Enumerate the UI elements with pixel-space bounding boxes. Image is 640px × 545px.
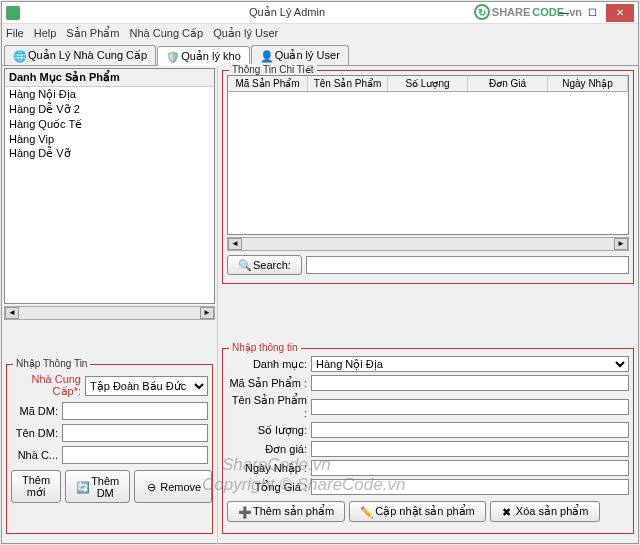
list-header: Danh Mục Sản Phẩm bbox=[5, 69, 214, 87]
input-nhac[interactable] bbox=[62, 446, 208, 464]
menu-quanlyuser[interactable]: Quản lý User bbox=[213, 27, 278, 40]
label-masp: Mã Sản Phẩm : bbox=[227, 377, 307, 390]
list-scrollbar[interactable]: ◄► bbox=[4, 306, 215, 320]
list-item[interactable]: Hàng Vip bbox=[5, 132, 214, 146]
menu-file[interactable]: File bbox=[6, 27, 24, 39]
legend: Thông Tin Chi Tiết bbox=[229, 64, 317, 75]
legend: Nhập Thông Tin bbox=[13, 358, 90, 369]
tab-quanly-user[interactable]: 👤Quản lý User bbox=[251, 45, 349, 65]
tab-quanly-kho[interactable]: 🛡️Quản lý kho bbox=[157, 46, 250, 66]
label-danhmuc: Danh mục: bbox=[227, 358, 307, 371]
input-tonggia[interactable] bbox=[311, 479, 629, 495]
btn-remove[interactable]: ⊖Remove bbox=[134, 470, 212, 503]
left-pane: Danh Mục Sản Phẩm Hàng Nội Địa Hàng Dễ V… bbox=[2, 66, 217, 544]
edit-icon: ✏️ bbox=[360, 506, 372, 518]
btn-search[interactable]: 🔍Search: bbox=[227, 255, 302, 275]
col-dongia: Đơn Giá bbox=[468, 76, 548, 91]
close-button[interactable]: ✕ bbox=[606, 4, 634, 22]
maximize-button[interactable]: ☐ bbox=[578, 4, 606, 22]
input-tendm[interactable] bbox=[62, 424, 208, 442]
label-nhacungcap: Nhà Cung Cấp*: bbox=[11, 373, 81, 398]
menu-help[interactable]: Help bbox=[34, 27, 57, 39]
list-item[interactable]: Hàng Quốc Tế bbox=[5, 117, 214, 132]
right-input-fieldset: Nhập thông tin Danh mục: Hàng Nội Địa Mã… bbox=[222, 348, 634, 534]
menubar: File Help Sản Phẩm Nhà Cung Cấp Quản lý … bbox=[2, 24, 638, 42]
label-nhac: Nhà C... bbox=[11, 449, 58, 461]
search-input[interactable] bbox=[306, 256, 629, 274]
menu-sanpham[interactable]: Sản Phẩm bbox=[66, 27, 119, 40]
input-dongia[interactable] bbox=[311, 441, 629, 457]
col-tensp: Tên Sản Phẩm bbox=[308, 76, 388, 91]
content-area: Danh Mục Sản Phẩm Hàng Nội Địa Hàng Dễ V… bbox=[2, 66, 638, 544]
right-pane: Thông Tin Chi Tiết Mã Sản Phẩm Tên Sản P… bbox=[217, 66, 638, 544]
input-tensp[interactable] bbox=[311, 399, 629, 415]
input-masp[interactable] bbox=[311, 375, 629, 391]
label-tendm: Tên DM: bbox=[11, 427, 58, 439]
plus-icon: ➕ bbox=[238, 506, 250, 518]
col-ngaynhap: Ngày Nhập bbox=[548, 76, 628, 91]
btn-themmoi[interactable]: Thêm mới bbox=[11, 470, 61, 503]
category-list[interactable]: Danh Mục Sản Phẩm Hàng Nội Địa Hàng Dễ V… bbox=[4, 68, 215, 304]
app-window: Quản Lý Admin — ☐ ✕ ↻ SHARECODE.vn File … bbox=[1, 1, 639, 544]
detail-table[interactable]: Mã Sản Phẩm Tên Sản Phẩm Số Lượng Đơn Gi… bbox=[227, 75, 629, 235]
tab-bar: 🌐Quản Lý Nhà Cung Cấp 🛡️Quản lý kho 👤Quả… bbox=[2, 42, 638, 66]
app-icon bbox=[6, 6, 20, 20]
label-soluong: Số lượng: bbox=[227, 424, 307, 437]
table-scrollbar[interactable]: ◄► bbox=[227, 237, 629, 251]
btn-capnhat[interactable]: ✏️Cập nhật sản phẩm bbox=[349, 501, 486, 522]
refresh-icon: 🔄 bbox=[76, 481, 88, 493]
shield-icon: 🛡️ bbox=[166, 51, 178, 63]
search-icon: 🔍 bbox=[238, 259, 250, 271]
left-input-fieldset: Nhập Thông Tin Nhà Cung Cấp*: Tập Đoàn B… bbox=[6, 364, 213, 534]
detail-fieldset: Thông Tin Chi Tiết Mã Sản Phẩm Tên Sản P… bbox=[222, 70, 634, 284]
label-dongia: Đơn giá: bbox=[227, 443, 307, 456]
label-ngaynhap: Ngày Nhập : bbox=[227, 462, 307, 475]
list-item[interactable]: Hàng Dễ Vỡ 2 bbox=[5, 102, 214, 117]
btn-xoa[interactable]: ✖Xóa sản phẩm bbox=[490, 501, 600, 522]
select-danhmuc[interactable]: Hàng Nội Địa bbox=[311, 356, 629, 372]
list-item[interactable]: Hàng Nội Địa bbox=[5, 87, 214, 102]
tab-nhacungcap[interactable]: 🌐Quản Lý Nhà Cung Cấp bbox=[4, 45, 156, 65]
label-tonggia: Tổng Giá : bbox=[227, 481, 307, 494]
btn-themsp[interactable]: ➕Thêm sản phẩm bbox=[227, 501, 345, 522]
input-ngaynhap[interactable] bbox=[311, 460, 629, 476]
col-soluong: Số Lượng bbox=[388, 76, 468, 91]
globe-icon: 🌐 bbox=[13, 50, 25, 62]
select-nhacungcap[interactable]: Tập Đoàn Bầu Đức bbox=[85, 376, 208, 396]
window-title: Quản Lý Admin bbox=[24, 6, 550, 19]
recycle-icon: ↻ bbox=[474, 4, 490, 20]
input-soluong[interactable] bbox=[311, 422, 629, 438]
label-tensp: Tên Sản Phẩm : bbox=[227, 394, 307, 419]
remove-icon: ⊖ bbox=[145, 481, 157, 493]
col-masp: Mã Sản Phẩm bbox=[228, 76, 308, 91]
delete-icon: ✖ bbox=[501, 506, 513, 518]
user-icon: 👤 bbox=[260, 50, 272, 62]
table-header: Mã Sản Phẩm Tên Sản Phẩm Số Lượng Đơn Gi… bbox=[228, 76, 628, 92]
legend: Nhập thông tin bbox=[229, 342, 301, 353]
input-madm[interactable] bbox=[62, 402, 208, 420]
btn-themdm[interactable]: 🔄Thêm DM bbox=[65, 470, 130, 503]
sharecode-logo: ↻ SHARECODE.vn bbox=[474, 4, 582, 20]
list-item[interactable]: Hàng Dễ Vỡ bbox=[5, 146, 214, 161]
menu-nhacungcap[interactable]: Nhà Cung Cấp bbox=[130, 27, 204, 40]
label-madm: Mã DM: bbox=[11, 405, 58, 417]
